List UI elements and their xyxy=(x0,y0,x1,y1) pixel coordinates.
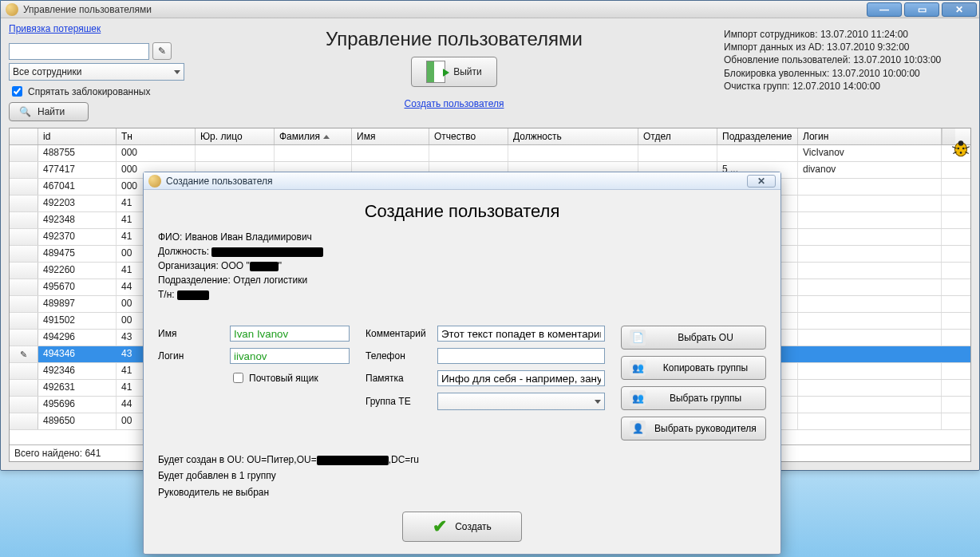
phone-input[interactable] xyxy=(437,348,605,364)
chevron-down-icon xyxy=(595,400,601,404)
status-line-3: Блокировка уволенных: 13.07.2010 10:00:0… xyxy=(724,67,971,80)
copy-groups-button[interactable]: 👥 Копировать группы xyxy=(621,356,766,380)
tn-line: Т/н: xyxy=(158,289,766,300)
status-line-4: Очистка групп: 12.07.2010 14:00:00 xyxy=(724,80,971,93)
row-header xyxy=(10,212,38,228)
cell: 492260 xyxy=(38,263,117,278)
lost-link[interactable]: Привязка потеряшек xyxy=(9,23,184,34)
grid-header-row: id Тн Юр. лицо Фамилия Имя Отчество Долж… xyxy=(10,128,970,145)
comment-label: Комментарий xyxy=(366,328,429,339)
cell xyxy=(798,313,942,329)
cell: 492370 xyxy=(38,229,117,245)
groups-status-line: Будет добавлен в 1 группу xyxy=(158,468,766,484)
hide-blocked-label: Спрятать заблокированных xyxy=(28,86,150,97)
memo-input[interactable] xyxy=(437,370,605,386)
cell: 489475 xyxy=(38,246,117,262)
cell xyxy=(798,397,942,413)
redacted-block xyxy=(250,262,279,271)
row-header xyxy=(10,363,38,379)
pencil-icon: ✎ xyxy=(158,45,166,57)
chevron-down-icon xyxy=(174,70,180,74)
comment-input[interactable] xyxy=(437,326,605,342)
select-ou-button[interactable]: 📄 Выбрать OU xyxy=(621,326,766,350)
cell xyxy=(798,330,942,346)
login-label: Логин xyxy=(158,350,222,361)
cell: 491502 xyxy=(38,313,117,329)
create-user-dialog: Создание пользователя ✕ Создание пользов… xyxy=(143,172,781,555)
create-button[interactable]: ✔ Создать xyxy=(402,512,522,542)
cell xyxy=(717,145,798,161)
magnifier-icon: 🔍 xyxy=(19,106,31,117)
mailbox-checkbox[interactable]: Почтовый ящик xyxy=(230,370,318,385)
col-otdel[interactable]: Отдел xyxy=(638,128,717,144)
user-add-icon: 👤 xyxy=(630,421,646,437)
bug-report-icon[interactable] xyxy=(950,138,971,159)
hide-blocked-checkbox[interactable]: Спрятать заблокированных xyxy=(9,84,184,99)
col-jur[interactable]: Юр. лицо xyxy=(196,128,275,144)
create-label: Создать xyxy=(455,521,492,532)
find-button[interactable]: 🔍 Найти xyxy=(9,102,89,121)
sort-asc-icon xyxy=(323,135,330,139)
col-dolzh[interactable]: Должность xyxy=(508,128,638,144)
main-titlebar: Управление пользователями — ▭ ✕ xyxy=(1,1,979,18)
col-login[interactable]: Логин xyxy=(798,128,942,144)
cell xyxy=(798,346,942,362)
row-header xyxy=(10,330,38,346)
cell: 494346 xyxy=(38,346,117,362)
col-podr[interactable]: Подразделение xyxy=(717,128,798,144)
cell: 492346 xyxy=(38,363,117,379)
login-input[interactable] xyxy=(230,348,350,364)
dialog-titlebar: Создание пользователя ✕ xyxy=(144,172,780,190)
status-line-1: Импорт данных из AD: 13.07.2010 9:32:00 xyxy=(724,41,971,53)
cell: VicIvanov xyxy=(798,145,942,161)
create-user-link[interactable]: Создать пользователя xyxy=(405,98,504,109)
cell: 494296 xyxy=(38,330,117,346)
cell: 489897 xyxy=(38,296,117,312)
dialog-close-button[interactable]: ✕ xyxy=(747,175,776,188)
manager-status-line: Руководитель не выбран xyxy=(158,484,766,500)
dialog-status-block: Будет создан в OU: OU=Питер,OU=,DC=ru Бу… xyxy=(158,452,766,500)
cell: 000 xyxy=(117,145,196,161)
row-header xyxy=(10,162,38,178)
row-header xyxy=(10,145,38,161)
cell xyxy=(798,229,942,245)
row-header xyxy=(10,313,38,329)
exit-button[interactable]: Выйти xyxy=(411,57,497,87)
clear-search-button[interactable]: ✎ xyxy=(152,42,172,60)
app-icon xyxy=(6,3,18,16)
col-otch[interactable]: Отчество xyxy=(429,128,508,144)
users-icon: 👥 xyxy=(630,390,646,406)
te-group-combo[interactable] xyxy=(437,393,605,410)
redacted-block xyxy=(177,290,209,300)
exit-icon xyxy=(426,61,445,83)
name-input[interactable] xyxy=(230,326,350,342)
col-tn[interactable]: Тн xyxy=(117,128,196,144)
cell xyxy=(798,263,942,278)
col-fam[interactable]: Фамилия xyxy=(275,128,352,144)
page-headline: Управление пользователями xyxy=(326,28,583,50)
row-header xyxy=(10,380,38,396)
grid-corner xyxy=(10,128,38,144)
memo-label: Памятка xyxy=(366,373,429,384)
employee-filter-combo[interactable]: Все сотрудники xyxy=(9,63,184,81)
redacted-block xyxy=(317,456,389,465)
svg-point-6 xyxy=(957,148,959,150)
table-row[interactable]: 488755000VicIvanov xyxy=(10,145,970,162)
col-id[interactable]: id xyxy=(38,128,117,144)
combo-label: Все сотрудники xyxy=(13,66,81,77)
cell xyxy=(429,145,508,161)
col-name[interactable]: Имя xyxy=(352,128,429,144)
hide-blocked-input[interactable] xyxy=(12,86,22,97)
check-icon: ✔ xyxy=(433,516,447,537)
users-icon: 👥 xyxy=(630,360,646,376)
select-groups-button[interactable]: 👥 Выбрать группы xyxy=(621,386,766,410)
close-button[interactable]: ✕ xyxy=(942,2,977,17)
mailbox-input[interactable] xyxy=(233,373,243,383)
row-header xyxy=(10,196,38,211)
mailbox-label: Почтовый ящик xyxy=(249,373,318,384)
cell: 495696 xyxy=(38,397,117,413)
maximize-button[interactable]: ▭ xyxy=(904,2,939,17)
minimize-button[interactable]: — xyxy=(867,2,902,17)
select-manager-button[interactable]: 👤 Выбрать руководителя xyxy=(621,417,766,440)
search-input[interactable] xyxy=(9,43,149,60)
